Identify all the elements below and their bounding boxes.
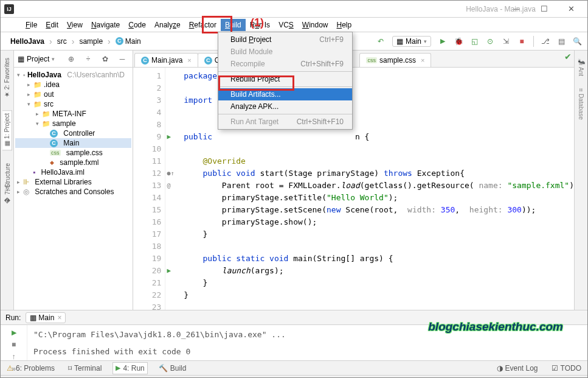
tree-samplecss[interactable]: css sample.css [15, 148, 131, 158]
back-arrow-icon[interactable]: ↶ [374, 35, 387, 48]
rerun-button[interactable]: ▶ [12, 329, 16, 337]
project-panel: ▦ Project ▾ ⊕ ÷ ✿ ─ ▾▪HelloJava C:\Users… [14, 51, 133, 310]
run-panel-title: Run: [5, 313, 21, 322]
menu-item[interactable]: Rebuild Project [218, 73, 352, 85]
editor-area: CMain.java× CC csssample.css× 1234891011… [133, 51, 574, 310]
warning-icon: ⚠ [7, 364, 13, 373]
tab-main[interactable]: CMain.java× [134, 53, 198, 67]
debug-button[interactable]: 🐞 [452, 35, 465, 48]
menu-code[interactable]: Code [124, 19, 150, 31]
code-editor[interactable]: 1234891011121314151617181920212223 ▶●↑ @… [133, 68, 574, 310]
class-icon: C [204, 57, 212, 65]
application-icon: ▦ [396, 37, 403, 46]
left-tool-gutter: ★2: Favorites ▦1: Project �支7: Structure [1, 51, 14, 310]
bt-run[interactable]: ▶4: Run [112, 362, 147, 374]
output-line: Process finished with exit code 0 [33, 346, 581, 358]
git-button[interactable]: ⎇ [539, 35, 552, 48]
up-icon[interactable]: ↑ [12, 352, 16, 361]
tree-root[interactable]: ▾▪HelloJava C:\Users\canhn\D [15, 70, 131, 80]
panel-title: Project [27, 55, 49, 63]
tree-idea[interactable]: ▸📁.idea [15, 80, 131, 89]
tree-samplefxml[interactable]: ◆ sample.fxml [15, 158, 131, 167]
bt-todo[interactable]: ☑TODO [549, 363, 584, 374]
tree-out[interactable]: ▸📁out [15, 89, 131, 99]
side-tab-database[interactable]: ≡Database [576, 86, 586, 122]
menu-item[interactable]: Analyze APK... [218, 100, 352, 113]
gear-icon[interactable]: ✿ [99, 52, 112, 66]
side-tab-structure[interactable]: �支7: Structure [2, 161, 13, 206]
side-tab-project[interactable]: ▦1: Project [2, 110, 12, 150]
tree-controller[interactable]: C Controller [15, 128, 131, 138]
stop-button[interactable]: ■ [12, 340, 16, 349]
bc-main[interactable]: CMain [113, 36, 144, 47]
coverage-button[interactable]: ◱ [468, 35, 481, 48]
menu-window[interactable]: Window [298, 19, 333, 31]
bottom-tool-tabs: ⚠6: Problems ⌑Terminal ▶4: Run 🔨Build ◑E… [1, 360, 587, 375]
menu-navigate[interactable]: Navigate [87, 19, 124, 31]
hide-icon[interactable]: ─ [116, 52, 129, 66]
css-icon: css [50, 150, 61, 156]
application-icon: ▦ [30, 313, 36, 322]
close-button[interactable]: ✕ [558, 1, 585, 17]
chevron-right-icon: › [49, 37, 52, 46]
side-tab-ant[interactable]: 🐜Ant [576, 55, 586, 79]
run-tools: ▶ ■ ↑ » [1, 325, 27, 360]
menu-item[interactable]: Build ProjectCtrl+F9 [218, 33, 352, 46]
build-menu-dropdown: Build ProjectCtrl+F9Build ModuleRecompil… [218, 32, 353, 130]
window-title: HelloJava - Main.java [466, 5, 536, 13]
marker-gutter: ▶●↑ @▶ [165, 68, 180, 310]
select-open-file-icon[interactable]: ⊕ [64, 52, 78, 66]
app-icon: IJ [4, 4, 14, 14]
right-tool-gutter: 🐜Ant ≡Database [574, 51, 587, 310]
editor-tabs: CMain.java× CC csssample.css× [133, 51, 574, 68]
menu-refactor[interactable]: Refactor [185, 19, 221, 31]
close-icon[interactable]: × [421, 57, 424, 64]
tree-iml[interactable]: ▪ HelloJava.iml [15, 167, 131, 177]
bc-sample[interactable]: sample [77, 36, 105, 47]
bt-eventlog[interactable]: ◑Event Log [494, 363, 541, 374]
menu-edit[interactable]: Edit [41, 19, 63, 31]
terminal-icon: ⌑ [68, 364, 72, 373]
menu-help[interactable]: Help [333, 19, 356, 31]
lib-icon: ⊪ [23, 178, 29, 186]
menu-item[interactable]: Build Artifacts... [218, 88, 352, 100]
bt-terminal[interactable]: ⌑Terminal [66, 363, 104, 374]
tree-scratches[interactable]: ▸◎ Scratches and Consoles [15, 187, 131, 197]
search-button[interactable]: 🔍 [570, 35, 584, 48]
menu-vcs[interactable]: VCS [274, 19, 298, 31]
menu-build[interactable]: Build [221, 19, 246, 31]
build-icon: 🔨 [159, 364, 168, 373]
bc-project[interactable]: HelloJava [8, 36, 47, 47]
close-icon[interactable]: × [57, 313, 61, 322]
menu-analyze[interactable]: Analyze [150, 19, 185, 31]
tree-src[interactable]: ▾📁src [15, 99, 131, 109]
stop-button[interactable]: ■ [515, 35, 528, 48]
profile-button[interactable]: ⊙ [483, 35, 497, 48]
run-config-selector[interactable]: ▦ Main ▾ [392, 36, 431, 47]
collapse-icon[interactable]: ÷ [81, 52, 95, 66]
bt-problems[interactable]: ⚠6: Problems [4, 363, 57, 374]
close-icon[interactable]: × [187, 57, 191, 64]
project-structure-button[interactable]: ▤ [555, 35, 568, 48]
bt-build[interactable]: 🔨Build [156, 363, 189, 374]
attach-button[interactable]: ⇲ [499, 35, 513, 48]
tree-main[interactable]: C Main [15, 138, 131, 148]
breadcrumb: HelloJava › src › sample › CMain [4, 36, 144, 47]
css-icon: css [366, 57, 377, 63]
run-tab[interactable]: ▦Main× [26, 312, 66, 323]
tree-external[interactable]: ▸⊪ External Libraries [15, 177, 131, 187]
titlebar: IJ HelloJava - Main.java ─ ☐ ✕ [1, 1, 587, 18]
chevron-down-icon[interactable]: ▾ [52, 56, 55, 62]
run-button[interactable]: ▶ [436, 35, 449, 48]
tree-metainf[interactable]: ▸📁META-INF [15, 109, 131, 119]
menu-view[interactable]: View [63, 19, 87, 31]
menu-file[interactable]: File [21, 19, 41, 31]
bc-src[interactable]: src [55, 36, 69, 47]
side-tab-favorites[interactable]: ★2: Favorites [2, 55, 12, 100]
menu-item: Run Ant TargetCtrl+Shift+F10 [218, 116, 352, 128]
line-gutter: 1234891011121314151617181920212223 [133, 68, 165, 310]
run-panel: Run: ▦Main× ▶ ■ ↑ » "C:\Program Files\Ja… [1, 310, 587, 360]
tab-samplecss[interactable]: csssample.css× [359, 53, 431, 67]
tree-sample[interactable]: ▾📁sample [15, 119, 131, 128]
chevron-right-icon: › [108, 37, 111, 46]
